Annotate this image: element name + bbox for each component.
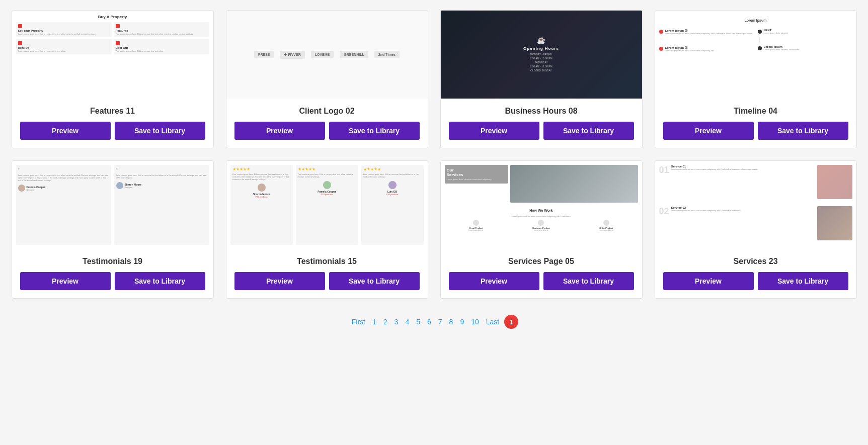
- thumbnail-features11: Buy A Property Set Your Property Your co…: [12, 11, 213, 99]
- timeline-row: Lorem Ipsum ☑ Lorem ipsum dolor sit amet…: [659, 46, 754, 52]
- card-title-testimonials15: Testimonials 15: [234, 257, 420, 266]
- card-title-services23: Services 23: [663, 257, 848, 266]
- pagination-page-7[interactable]: 7: [436, 317, 444, 327]
- bh-row: 8:00 AM - 12:00 PM: [530, 65, 552, 68]
- avatar: [18, 185, 25, 192]
- pagination-page-5[interactable]: 5: [414, 317, 422, 327]
- testimonial-card: ★★★★★ Your content goes here. Edit or re…: [296, 165, 358, 245]
- preview-button-clientlogo02[interactable]: Preview: [234, 122, 325, 140]
- card-actions-servicespage05: Preview Save to Library: [449, 272, 634, 290]
- preview-button-timeline04[interactable]: Preview: [663, 122, 754, 140]
- card-actions-timeline04: Preview Save to Library: [663, 122, 848, 140]
- save-button-clientlogo02[interactable]: Save to Library: [329, 122, 420, 140]
- card-title-features11: Features 11: [20, 107, 205, 116]
- service-number: 02: [659, 206, 669, 245]
- template-grid: Buy A Property Set Your Property Your co…: [12, 10, 857, 299]
- card-actions-testimonials15: Preview Save to Library: [234, 272, 420, 290]
- testimonial-card: ★★★★★ Your content goes here. Edit or re…: [230, 165, 293, 245]
- author-role: Designer: [125, 186, 142, 189]
- thumbnail-testimonials19: " Your content goes here. Edit or remove…: [12, 161, 213, 249]
- service-icon-col: Great Product Lorem ipsum dolor sit.: [445, 220, 508, 231]
- card-timeline04: Lorem Ipsum Lorem Ipsum ☑ Lorem ipsum do…: [655, 10, 857, 148]
- card-preview-businesshours08: ☕ Opening Hours MONDAY - FRIDAY 8:00 AM …: [441, 11, 642, 99]
- card-services23: 01 Service 01 Lorem ipsum dolor sit amet…: [655, 160, 857, 299]
- card-preview-features11: Buy A Property Set Your Property Your co…: [12, 11, 213, 99]
- logo-item: GREENHILL: [340, 51, 368, 58]
- preview-button-businesshours08[interactable]: Preview: [449, 122, 539, 140]
- save-button-testimonials15[interactable]: Save to Library: [329, 272, 420, 290]
- card-actions-clientlogo02: Preview Save to Library: [234, 122, 420, 140]
- card-businesshours08: ☕ Opening Hours MONDAY - FRIDAY 8:00 AM …: [440, 10, 643, 148]
- avatar: [258, 184, 266, 192]
- author-role: PS3 products: [363, 193, 422, 196]
- pagination-page-1[interactable]: 1: [370, 317, 378, 327]
- save-button-testimonials19[interactable]: Save to Library: [115, 272, 205, 290]
- save-button-features11[interactable]: Save to Library: [115, 122, 205, 140]
- thumb-feature-box: Features Your content goes here. Edit or…: [114, 22, 209, 37]
- save-button-services23[interactable]: Save to Library: [758, 272, 848, 290]
- save-button-timeline04[interactable]: Save to Library: [758, 122, 848, 140]
- preview-button-testimonials19[interactable]: Preview: [20, 272, 111, 290]
- bh-title: Opening Hours: [523, 46, 559, 51]
- card-body-businesshours08: Business Hours 08 Preview Save to Librar…: [441, 99, 642, 148]
- thumbnail-testimonials15: ★★★★★ Your content goes here. Edit or re…: [226, 161, 428, 249]
- card-features11: Buy A Property Set Your Property Your co…: [12, 10, 214, 148]
- card-actions-businesshours08: Preview Save to Library: [449, 122, 634, 140]
- card-preview-clientlogo02: PRESS ✚ FIVVER LOVEME GREENHILL 2nd Time…: [226, 11, 428, 99]
- service-number: 01: [659, 165, 669, 204]
- pagination-page-9[interactable]: 9: [458, 317, 466, 327]
- testimonial-text: Your content goes here. Edit or remove t…: [116, 174, 207, 179]
- card-preview-testimonials19: " Your content goes here. Edit or remove…: [12, 161, 213, 249]
- card-servicespage05: Our Services Lorem ipsum dolor sit amet …: [440, 160, 643, 299]
- card-title-testimonials19: Testimonials 19: [20, 257, 205, 266]
- how-we-work-label: How We Work: [529, 209, 553, 212]
- card-title-servicespage05: Services Page 05: [449, 257, 634, 266]
- card-actions-services23: Preview Save to Library: [663, 272, 848, 290]
- logo-item: LOVEME: [311, 51, 334, 58]
- card-body-servicespage05: Services Page 05 Preview Save to Library: [441, 249, 642, 298]
- quote-icon: ": [116, 167, 207, 174]
- star-rating: ★★★★★: [363, 167, 422, 171]
- star-rating: ★★★★★: [298, 167, 356, 171]
- thumbnail-clientlogo02: PRESS ✚ FIVVER LOVEME GREENHILL 2nd Time…: [226, 11, 428, 99]
- preview-button-services23[interactable]: Preview: [663, 272, 754, 290]
- card-preview-services23: 01 Service 01 Lorem ipsum dolor sit amet…: [655, 161, 856, 249]
- pagination: First 1 2 3 4 5 6 7 8 9 10 Last 1: [10, 315, 858, 339]
- pagination-page-10[interactable]: 10: [469, 317, 481, 327]
- pagination-page-3[interactable]: 3: [392, 317, 401, 327]
- card-body-features11: Features 11 Preview Save to Library: [12, 99, 213, 148]
- service-icon-col: Order Product Lorem ipsum dolor sit.: [575, 220, 638, 231]
- card-title-timeline04: Timeline 04: [663, 107, 848, 116]
- card-body-services23: Services 23 Preview Save to Library: [655, 249, 856, 298]
- quote-icon: ": [18, 167, 109, 174]
- bh-row: CLOSED SUNDAY: [530, 69, 551, 72]
- pagination-page-8[interactable]: 8: [447, 317, 455, 327]
- testimonial-text: Your content goes here. Edit or remove t…: [232, 173, 291, 181]
- save-button-businesshours08[interactable]: Save to Library: [543, 122, 634, 140]
- author-row: Patricia Cooper Designer: [18, 185, 109, 192]
- pagination-page-4[interactable]: 4: [403, 317, 411, 327]
- preview-button-servicespage05[interactable]: Preview: [449, 272, 539, 290]
- card-preview-testimonials15: ★★★★★ Your content goes here. Edit or re…: [226, 161, 428, 249]
- save-button-servicespage05[interactable]: Save to Library: [543, 272, 634, 290]
- preview-button-testimonials15[interactable]: Preview: [234, 272, 325, 290]
- preview-button-features11[interactable]: Preview: [20, 122, 111, 140]
- service-icon-col: Customer Product Lorem ipsum dolor sit.: [510, 220, 573, 231]
- card-body-clientlogo02: Client Logo 02 Preview Save to Library: [226, 99, 428, 148]
- pagination-last[interactable]: Last: [484, 317, 501, 327]
- thumb-feature-box: Best Out Your content goes here. Edit or…: [114, 39, 209, 54]
- service-row: 01 Service 01 Lorem ipsum dolor sit amet…: [659, 165, 852, 204]
- thumb-feature-box: Rent Us Your content goes here. Edit or …: [16, 39, 112, 54]
- service-row: 02 Service 02 Lorem ipsum dolor sit amet…: [659, 206, 852, 245]
- card-actions-testimonials19: Preview Save to Library: [20, 272, 205, 290]
- service-image: [817, 165, 852, 199]
- pagination-page-2[interactable]: 2: [381, 317, 389, 327]
- pagination-page-6[interactable]: 6: [425, 317, 433, 327]
- thumbnail-timeline04: Lorem Ipsum Lorem Ipsum ☑ Lorem ipsum do…: [655, 11, 856, 99]
- bh-row: 8:00 AM - 10:00 PM: [530, 57, 552, 60]
- card-title-clientlogo02: Client Logo 02: [234, 107, 420, 116]
- service-image: [817, 206, 852, 240]
- author-role: PS3 products: [232, 196, 291, 198]
- bh-row: SATURDAY: [534, 61, 547, 64]
- pagination-first[interactable]: First: [350, 317, 367, 327]
